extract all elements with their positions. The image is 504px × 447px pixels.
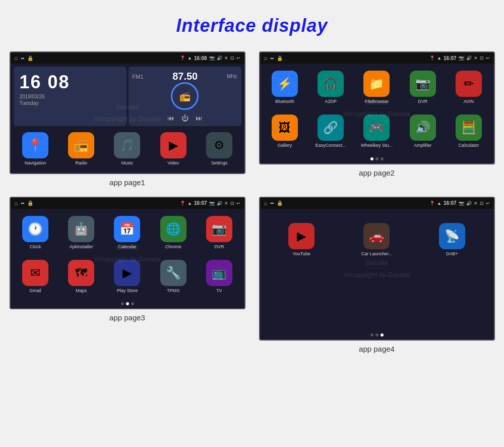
app-name-tpms: TPMS: [167, 288, 179, 294]
page2-dots: [260, 155, 494, 163]
app-bluetooth[interactable]: ⚡ Bluetooth: [263, 67, 307, 108]
app-navigation[interactable]: 📍 Navigation: [14, 128, 57, 170]
page4-apps: ▶ YouTube 🚗 Car Launcher... 📡 DAB+: [260, 209, 494, 271]
app-radio[interactable]: 📻 Radio: [59, 128, 103, 170]
apkinstaller-icon: 🤖: [68, 216, 94, 242]
status-bar-2: ⌂ ▪▪ 🔒 📍 ▲ 16:07 📷 🔊 ✕ ⊡ ↩: [260, 52, 494, 64]
radio-icon: 📻: [179, 91, 191, 102]
app-wheelkey[interactable]: 🎮 Wheelkey Stu...: [355, 110, 399, 152]
app-chrome[interactable]: 🌐 Chrome: [151, 212, 195, 254]
clock-display: 16 08: [20, 72, 120, 93]
fm-unit: MHz: [227, 74, 237, 79]
app-amplifier[interactable]: 🔊 Amplifier: [401, 110, 445, 152]
lock-icon-3: 🔒: [27, 200, 33, 206]
dot-p4-1: [370, 333, 373, 337]
screen-label-1: app page1: [109, 178, 145, 187]
fm-info: FM1 87.50 MHz: [133, 71, 237, 82]
clock-icon: 🕐: [22, 216, 48, 242]
radio-widget[interactable]: FM1 87.50 MHz 📻 ⏮ ⏻ ⏭: [129, 67, 241, 126]
app-dab[interactable]: 📡 DAB+: [415, 219, 488, 261]
app-youtube[interactable]: ▶ YouTube: [265, 219, 338, 261]
fullscreen-icon-3: ⊡: [230, 201, 234, 206]
app-tpms[interactable]: 🔧 TPMS: [151, 256, 195, 298]
app-name-wheelkey: Wheelkey Stu...: [361, 143, 393, 148]
app-dvr[interactable]: 📷 DVR: [401, 67, 445, 108]
app-name-amplifier: Amplifier: [414, 143, 431, 148]
back-icon-4[interactable]: ↩: [486, 201, 490, 206]
wifi-icon-4: ▲: [437, 201, 442, 206]
app-name-dab: DAB+: [446, 251, 458, 257]
menu-icon-2: ▪▪: [270, 55, 274, 61]
home-icon-3[interactable]: ⌂: [15, 200, 18, 206]
prev-track-btn[interactable]: ⏮: [167, 114, 174, 122]
calculator-icon: 🧮: [456, 115, 482, 141]
lock-icon: 🔒: [27, 55, 33, 61]
wifi-icon-2: ▲: [437, 55, 442, 61]
back-icon-3[interactable]: ↩: [236, 201, 240, 206]
chrome-icon: 🌐: [160, 216, 186, 242]
app-video[interactable]: ▶ Video: [151, 128, 195, 170]
page-title: Interface display: [0, 0, 504, 46]
app-maps[interactable]: 🗺 Maps: [59, 256, 103, 298]
a2dp-icon: 🎧: [318, 71, 344, 97]
camera-icon-2: 📷: [459, 55, 464, 61]
camera-icon: 📷: [209, 55, 215, 61]
maps-icon: 🗺: [68, 260, 94, 286]
dot-p3-2: [126, 302, 129, 305]
back-icon-1[interactable]: ↩: [236, 55, 240, 61]
page3-dots: [11, 300, 244, 308]
app-filebrowser[interactable]: 📁 FileBrowser: [355, 67, 399, 108]
app-name-carlauncher: Car Launcher...: [361, 251, 393, 257]
app-clock[interactable]: 🕐 Clock: [14, 212, 57, 254]
app-settings[interactable]: ⚙ Settings: [197, 128, 241, 170]
dot-3: [381, 157, 384, 160]
app-name-playstore: Play Store: [117, 288, 138, 294]
dot-1: [370, 157, 373, 160]
power-btn[interactable]: ⏻: [181, 114, 188, 122]
app-name-chrome: Chrome: [165, 244, 181, 250]
page3-apps: 🕐 Clock 🤖 ApkInstaller 📅 Calendar 🌐 Chro…: [11, 209, 244, 301]
app-easyconnect[interactable]: 🔗 EasyConnect...: [309, 110, 353, 152]
home-icon-2[interactable]: ⌂: [264, 55, 268, 61]
back-icon-2[interactable]: ↩: [486, 55, 490, 61]
app-gallery[interactable]: 🖼 Gallery: [263, 110, 307, 152]
next-track-btn[interactable]: ⏭: [196, 114, 203, 122]
app-name-bluetooth: Bluetooth: [275, 99, 294, 104]
tv-icon: 📺: [206, 260, 232, 286]
app-apkinstaller[interactable]: 🤖 ApkInstaller: [59, 212, 103, 254]
close-icon: ✕: [224, 55, 228, 61]
app-name-dvr: DVR: [418, 99, 427, 104]
wifi-icon: ▲: [187, 55, 192, 61]
app-gmail[interactable]: ✉ Gmail: [14, 256, 57, 298]
date-display: 2019/03/26: [20, 94, 120, 99]
screen-label-3: app page3: [109, 313, 145, 322]
app-name-settings: Settings: [211, 160, 228, 166]
app-calculator[interactable]: 🧮 Calculator: [447, 110, 490, 152]
app-music[interactable]: 🎵 Music: [105, 128, 149, 170]
dot-p3-1: [121, 302, 124, 305]
home-icon-4[interactable]: ⌂: [264, 200, 268, 206]
volume-icon-3: 🔊: [217, 201, 222, 206]
screen-label-4: app page4: [359, 345, 395, 353]
app-name-youtube: YouTube: [292, 251, 310, 257]
app-dvr-3[interactable]: 📷 DVR: [197, 212, 241, 254]
status-bar-4: ⌂ ▪▪ 🔒 📍 ▲ 16:07 📷 🔊 ✕ ⊡ ↩: [260, 198, 494, 209]
android-screen-2: ⌂ ▪▪ 🔒 📍 ▲ 16:07 📷 🔊 ✕ ⊡ ↩ ⚡: [259, 51, 495, 164]
playstore-icon: ▶: [114, 260, 140, 286]
app-calendar[interactable]: 📅 Calendar: [105, 212, 149, 254]
app-carlauncher[interactable]: 🚗 Car Launcher...: [340, 219, 413, 261]
app-playstore[interactable]: ▶ Play Store: [105, 256, 149, 298]
dot-p4-2: [375, 333, 379, 337]
status-time-3: 16:07: [194, 200, 207, 206]
app-name-avin: AVIN: [464, 99, 474, 104]
app-name-apkinstaller: ApkInstaller: [70, 244, 93, 250]
app-tv[interactable]: 📺 TV: [197, 256, 241, 298]
volume-icon: 🔊: [217, 55, 222, 61]
app-avin[interactable]: ✏ AVIN: [447, 67, 490, 108]
home-icon[interactable]: ⌂: [15, 55, 18, 61]
radio-controls: ⏮ ⏻ ⏭: [167, 114, 203, 122]
close-icon-3: ✕: [224, 201, 228, 206]
calendar-icon: 📅: [114, 216, 140, 242]
app-a2dp[interactable]: 🎧 A2DP: [309, 67, 353, 108]
gallery-icon: 🖼: [272, 115, 298, 141]
